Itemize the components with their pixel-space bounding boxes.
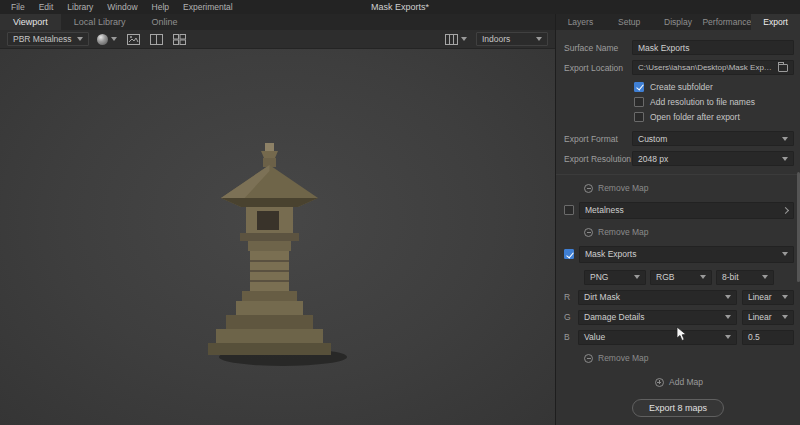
export-resolution-row: Export Resolution 2048 px [564,151,794,166]
channel-g-source-dropdown[interactable]: Damage Details [578,310,737,325]
channel-g-mode-dropdown[interactable]: Linear [742,310,794,325]
menu-window[interactable]: Window [100,0,144,14]
add-map-button[interactable]: Add Map [564,375,794,389]
open-folder-option: Open folder after export [634,110,794,123]
channel-b-value: 0.5 [748,332,760,342]
menu-edit[interactable]: Edit [32,0,61,14]
folder-icon[interactable] [778,64,788,72]
chevron-down-icon [762,275,768,279]
chevron-right-icon [782,206,789,213]
environment-panel-dropdown[interactable] [443,32,469,47]
chevron-down-icon [461,37,467,41]
channel-b-value-input[interactable]: 0.5 [742,330,794,345]
mask-exports-map-field[interactable]: Mask Exports [579,246,794,263]
menu-bar: File Edit Library Window Help Experiment… [0,0,800,14]
color-mode-value: RGB [656,272,674,282]
remove-map-label: Remove Map [598,353,649,363]
file-format-dropdown[interactable]: PNG [584,270,646,285]
right-tab-bar: Layers Setup Display Performance Export [555,14,800,30]
tab-performance[interactable]: Performance [702,14,751,30]
open-folder-label: Open folder after export [650,112,740,122]
menu-file[interactable]: File [4,0,32,14]
open-folder-checkbox[interactable] [634,112,644,122]
metalness-map-field[interactable]: Metalness [579,202,794,219]
add-resolution-checkbox[interactable] [634,97,644,107]
channel-row-g: G Damage Details Linear [564,309,794,325]
metalness-map-name: Metalness [585,205,624,215]
export-location-input[interactable]: C:\Users\iahsan\Desktop\Mask Exports [632,60,794,75]
split-view-icon [150,34,163,45]
stone-lantern-model [185,139,355,371]
add-resolution-option: Add resolution to file names [634,95,794,108]
chevron-down-icon [536,37,542,41]
channel-g-mode-value: Linear [748,312,772,322]
menu-experimental[interactable]: Experimental [176,0,240,14]
export-format-label: Export Format [564,134,632,144]
tab-layers[interactable]: Layers [556,14,605,30]
chevron-down-icon [725,335,731,339]
surface-name-label: Surface Name [564,43,632,53]
metalness-map-row: Metalness [564,201,794,219]
maps-list: Remove Map Metalness Remove Map Mask Exp… [564,181,794,389]
environment-label: Indoors [482,34,510,44]
viewport-3d[interactable] [0,49,555,425]
add-map-label: Add Map [669,377,703,387]
export-maps-button[interactable]: Export 8 maps [632,399,724,417]
menu-help[interactable]: Help [145,0,176,14]
channel-g-source-value: Damage Details [584,312,644,322]
chevron-down-icon [77,37,83,41]
tab-viewport[interactable]: Viewport [0,14,61,30]
minus-circle-icon [584,354,593,363]
tab-display[interactable]: Display [654,14,703,30]
create-subfolder-label: Create subfolder [650,82,713,92]
grid-view-button[interactable] [171,32,188,47]
tab-export[interactable]: Export [751,14,800,30]
export-location-label: Export Location [564,63,632,73]
shader-mode-dropdown[interactable]: PBR Metalness [7,32,89,46]
export-format-row: Export Format Custom [564,131,794,146]
mask-exports-map-name: Mask Exports [585,249,637,259]
bit-depth-dropdown[interactable]: 8-bit [716,270,774,285]
grid-view-icon [173,34,186,45]
remove-map-button-top[interactable]: Remove Map [584,181,794,195]
channel-r-source-dropdown[interactable]: Dirt Mask [578,290,737,305]
section-divider [556,174,800,175]
export-format-dropdown[interactable]: Custom [632,131,794,146]
material-ball-dropdown[interactable] [95,32,119,47]
create-subfolder-checkbox[interactable] [634,82,644,92]
menu-library[interactable]: Library [60,0,100,14]
tab-row: Viewport Local Library Online Layers Set… [0,14,800,30]
image-view-button[interactable] [125,32,142,47]
export-resolution-label: Export Resolution [564,154,632,164]
viewport-toolbar: PBR Metalness [0,30,555,49]
channel-b-source-dropdown[interactable]: Value [578,330,737,345]
remove-map-button-mask[interactable]: Remove Map [584,351,794,365]
minus-circle-icon [584,228,593,237]
export-resolution-dropdown[interactable]: 2048 px [632,151,794,166]
remove-map-button-metalness[interactable]: Remove Map [584,225,794,239]
channel-r-label: R [564,292,573,302]
tab-online[interactable]: Online [138,14,190,30]
create-subfolder-option: Create subfolder [634,80,794,93]
color-mode-dropdown[interactable]: RGB [650,270,712,285]
app-window: File Edit Library Window Help Experiment… [0,0,800,425]
channel-row-b: B Value 0.5 [564,329,794,345]
surface-name-input[interactable]: Mask Exports [632,40,794,55]
mask-exports-checkbox[interactable] [564,249,574,259]
chevron-down-icon [725,295,731,299]
split-view-button[interactable] [148,32,165,47]
metalness-checkbox[interactable] [564,205,574,215]
channel-b-label: B [564,332,573,342]
tab-setup[interactable]: Setup [605,14,654,30]
surface-name-value: Mask Exports [638,43,690,53]
minus-circle-icon [584,184,593,193]
tab-local-library[interactable]: Local Library [61,14,139,30]
viewport-column: PBR Metalness [0,30,555,425]
remove-map-label: Remove Map [598,227,649,237]
chevron-down-icon [111,37,117,41]
export-panel: Surface Name Mask Exports Export Locatio… [555,30,800,425]
channel-r-mode-dropdown[interactable]: Linear [742,290,794,305]
environment-dropdown[interactable]: Indoors [476,32,548,46]
chevron-down-icon [725,315,731,319]
channel-g-label: G [564,312,573,322]
